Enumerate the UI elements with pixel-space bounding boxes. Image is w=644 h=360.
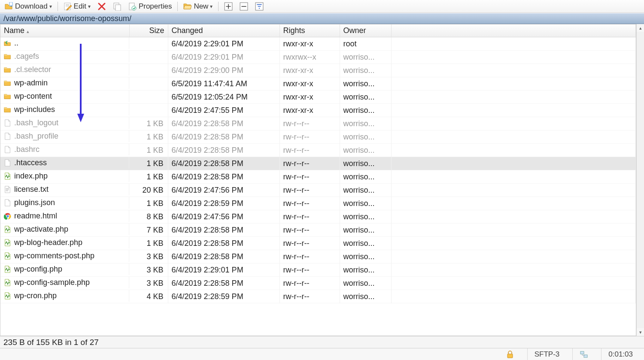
table-row[interactable]: wp-admin6/5/2019 11:47:41 AMrwxr-xr-xwor… xyxy=(0,77,636,91)
path-bar[interactable]: /var/www/public/worrisome-opossum/ xyxy=(0,13,644,24)
cell-name[interactable]: .bash_profile xyxy=(0,130,129,142)
cell-owner: root xyxy=(340,37,391,51)
table-row[interactable]: ..6/4/2019 2:29:01 PMrwxr-xr-xroot xyxy=(0,37,636,51)
cell-name[interactable]: wp-blog-header.php xyxy=(0,237,129,248)
separator xyxy=(177,2,178,11)
cell-rights: rw-r--r-- xyxy=(279,170,340,184)
file-name: readme.html xyxy=(14,212,57,221)
file-name: wp-cron.php xyxy=(14,291,57,300)
table-row[interactable]: wp-blog-header.php1 KB6/4/2019 2:28:58 P… xyxy=(0,237,636,250)
col-owner[interactable]: Owner xyxy=(340,24,391,37)
cell-name[interactable]: .htaccess xyxy=(0,157,129,169)
cell-size xyxy=(129,37,168,51)
properties-icon xyxy=(128,2,137,11)
php-file-icon xyxy=(4,266,12,273)
file-table: Name ▴ Size Changed Rights Owner ..6/4/2… xyxy=(0,24,636,303)
cell-name[interactable]: .bash_logout xyxy=(0,117,129,129)
new-button[interactable]: New ▾ xyxy=(180,1,216,12)
cell-name[interactable]: wp-comments-post.php xyxy=(0,250,129,262)
collapse-button[interactable] xyxy=(237,1,251,12)
network-indicator[interactable] xyxy=(572,348,595,360)
cell-name[interactable]: readme.html xyxy=(0,210,129,222)
table-row[interactable]: wp-config-sample.php3 KB6/4/2019 2:28:58… xyxy=(0,277,636,290)
file-icon xyxy=(4,133,12,140)
table-row[interactable]: .cl.selector6/4/2019 2:29:00 PMrwxr-xr-x… xyxy=(0,64,636,77)
file-name: .bash_profile xyxy=(14,132,58,141)
cell-rights: rw-r--r-- xyxy=(279,237,340,250)
file-name: license.txt xyxy=(14,185,49,194)
col-rights[interactable]: Rights xyxy=(279,24,340,37)
cell-owner: worriso... xyxy=(340,184,391,197)
col-changed[interactable]: Changed xyxy=(168,24,279,37)
elapsed-text: 0:01:03 xyxy=(608,350,633,359)
cell-name[interactable]: license.txt xyxy=(0,184,129,195)
cell-owner: worriso... xyxy=(340,91,391,104)
cell-spacer xyxy=(391,144,636,157)
cell-rights: rwxr-xr-x xyxy=(279,77,340,91)
cell-changed: 6/4/2019 2:28:58 PM xyxy=(168,157,279,170)
folder-icon xyxy=(4,53,12,61)
expand-button[interactable] xyxy=(221,1,236,12)
table-row[interactable]: .cagefs6/4/2019 2:29:01 PMrwxrwx--xworri… xyxy=(0,51,636,64)
cell-name[interactable]: wp-config.php xyxy=(0,263,129,275)
edit-button[interactable]: Edit ▾ xyxy=(61,1,94,12)
cell-name[interactable]: wp-activate.php xyxy=(0,224,129,235)
encryption-indicator[interactable] xyxy=(499,348,521,360)
delete-icon xyxy=(97,2,106,11)
table-row[interactable]: wp-config.php3 KB6/4/2019 2:29:01 PMrw-r… xyxy=(0,263,636,277)
cell-rights: rwxr-xr-x xyxy=(279,37,340,51)
cell-name[interactable]: wp-admin xyxy=(0,77,129,89)
copy-button[interactable] xyxy=(110,1,125,12)
col-size[interactable]: Size xyxy=(129,24,168,37)
table-row[interactable]: wp-content6/5/2019 12:05:24 PMrwxr-xr-xw… xyxy=(0,91,636,104)
cell-changed: 6/5/2019 11:47:41 AM xyxy=(168,77,279,91)
cell-spacer xyxy=(391,130,636,144)
table-row[interactable]: index.php1 KB6/4/2019 2:28:58 PMrw-r--r-… xyxy=(0,170,636,184)
table-row[interactable]: wp-activate.php7 KB6/4/2019 2:28:58 PMrw… xyxy=(0,224,636,237)
file-name: wp-comments-post.php xyxy=(14,251,94,260)
table-row[interactable]: .htaccess1 KB6/4/2019 2:28:58 PMrw-r--r-… xyxy=(0,157,636,170)
cell-name[interactable]: wp-config-sample.php xyxy=(0,277,129,288)
table-row[interactable]: plugins.json1 KB6/4/2019 2:28:59 PMrw-r-… xyxy=(0,197,636,210)
delete-button[interactable] xyxy=(94,1,109,12)
cell-name[interactable]: wp-content xyxy=(0,91,129,102)
cell-owner: worriso... xyxy=(340,104,391,117)
download-button[interactable]: Download ▾ xyxy=(2,1,55,12)
filter-button[interactable] xyxy=(252,1,267,12)
toolbar: Download ▾ Edit ▾ Properties New ▾ xyxy=(0,0,644,13)
parent-folder-icon xyxy=(4,39,12,47)
properties-button[interactable]: Properties xyxy=(125,1,175,12)
table-row[interactable]: .bashrc1 KB6/4/2019 2:28:58 PMrw-r--r--w… xyxy=(0,144,636,157)
table-row[interactable]: wp-cron.php4 KB6/4/2019 2:28:59 PMrw-r--… xyxy=(0,290,636,303)
cell-name[interactable]: .cagefs xyxy=(0,51,129,62)
file-icon xyxy=(4,159,12,167)
cell-name[interactable]: .. xyxy=(0,37,129,49)
cell-owner: worriso... xyxy=(340,290,391,303)
cell-name[interactable]: .bashrc xyxy=(0,144,129,155)
cell-name[interactable]: .cl.selector xyxy=(0,64,129,76)
table-row[interactable]: wp-comments-post.php3 KB6/4/2019 2:28:58… xyxy=(0,250,636,263)
file-name: wp-blog-header.php xyxy=(14,238,82,247)
cell-name[interactable]: index.php xyxy=(0,170,129,182)
table-row[interactable]: license.txt20 KB6/4/2019 2:47:56 PMrw-r-… xyxy=(0,184,636,197)
scroll-up-icon[interactable]: ▴ xyxy=(637,24,644,32)
cell-changed: 6/4/2019 2:28:58 PM xyxy=(168,117,279,130)
table-row[interactable]: .bash_profile1 KB6/4/2019 2:28:58 PMrw-r… xyxy=(0,130,636,144)
php-file-icon xyxy=(4,279,12,287)
cell-owner: worriso... xyxy=(340,51,391,64)
col-name[interactable]: Name ▴ xyxy=(0,24,129,37)
protocol-text: SFTP-3 xyxy=(535,350,560,359)
vertical-scrollbar[interactable]: ▴ ▾ xyxy=(636,24,644,336)
scroll-down-icon[interactable]: ▾ xyxy=(637,328,644,336)
cell-size: 20 KB xyxy=(129,184,168,197)
folder-icon xyxy=(4,66,12,74)
cell-size: 1 KB xyxy=(129,130,168,144)
cell-spacer xyxy=(391,157,636,170)
table-row[interactable]: wp-includes6/4/2019 2:47:55 PMrwxr-xr-xw… xyxy=(0,104,636,117)
cell-name[interactable]: wp-includes xyxy=(0,104,129,115)
table-row[interactable]: readme.html8 KB6/4/2019 2:47:56 PMrw-r--… xyxy=(0,210,636,224)
table-row[interactable]: .bash_logout1 KB6/4/2019 2:28:58 PMrw-r-… xyxy=(0,117,636,130)
cell-name[interactable]: wp-cron.php xyxy=(0,290,129,302)
cell-changed: 6/4/2019 2:28:59 PM xyxy=(168,197,279,210)
cell-name[interactable]: plugins.json xyxy=(0,197,129,209)
